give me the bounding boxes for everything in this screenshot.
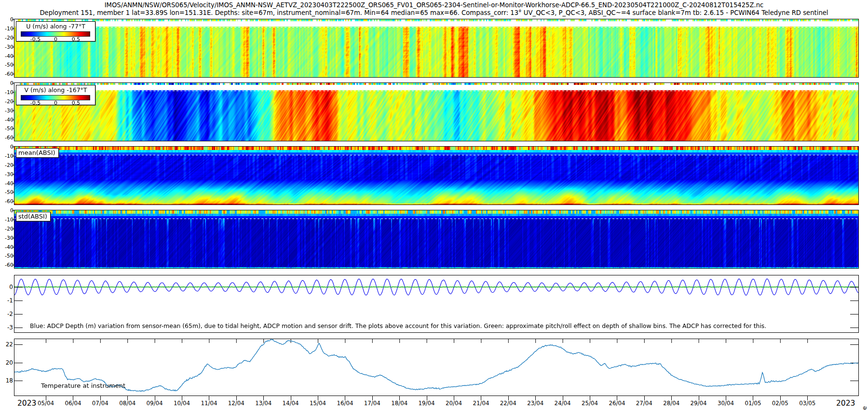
- x-axis-tick: [508, 396, 509, 400]
- depth-axis-tick: [12, 47, 14, 47]
- mean-absi-heatmap: [14, 146, 859, 205]
- depth-variation-ytick-label: -2: [1, 311, 13, 317]
- depth-axis-tick: [12, 201, 14, 202]
- x-axis-tick: [209, 396, 209, 400]
- depth-axis-tick: [12, 65, 14, 65]
- x-axis-date-label: 12/04: [228, 400, 244, 407]
- x-axis-tick: [617, 396, 617, 400]
- x-axis-date-label: 23/04: [527, 400, 543, 407]
- x-axis-date-label: 14/04: [283, 400, 299, 407]
- x-axis-tick: [807, 396, 808, 400]
- u-colorbar-tick-min: -0.5: [30, 36, 41, 42]
- x-axis-tick: [46, 396, 46, 400]
- depth-axis-tick: [12, 174, 14, 175]
- depth-axis-tick: [12, 210, 14, 211]
- temperature-ytick-label: 22: [1, 342, 13, 347]
- x-axis-date-label: 19/04: [419, 400, 435, 407]
- depth-axis-tick: [12, 28, 14, 29]
- depth-axis-tick: [12, 120, 14, 120]
- v-colorbar-tick-zero: 0: [54, 100, 57, 106]
- x-axis-tick: [318, 396, 318, 400]
- u-colorbar-legend: U (m/s) along -77°T -0.5 0 0.5: [16, 21, 95, 41]
- depth-axis-tick: [12, 137, 14, 138]
- x-axis-date-label: 02/05: [772, 400, 788, 407]
- std-absi-label: std(ABSI): [16, 212, 51, 221]
- depth-axis-tick: [12, 19, 14, 20]
- mean-absi-label: mean(ABSI): [16, 148, 59, 158]
- depth-panel-annotation: Blue: ADCP Depth (m) variation from sens…: [30, 322, 766, 329]
- u-legend-title: U (m/s) along -77°T: [16, 23, 95, 30]
- depth-variation-ytick-label: -1: [1, 298, 13, 303]
- depth-axis-tick: [12, 192, 14, 192]
- x-axis-date-label: 26/04: [609, 400, 625, 407]
- depth-axis-tick: [12, 256, 14, 256]
- x-axis-date-label: 28/04: [663, 400, 679, 407]
- u-colorbar: -0.5 0 0.5: [21, 30, 91, 41]
- x-axis-date-label: 13/04: [255, 400, 271, 407]
- x-axis-date-label: 11/04: [201, 400, 217, 407]
- temperature-ytick-label: 20: [1, 360, 13, 366]
- x-axis-date-label: 21/04: [473, 400, 489, 407]
- x-axis-tick: [100, 396, 101, 400]
- x-axis-tick: [372, 396, 373, 400]
- x-axis-tick: [726, 396, 726, 400]
- x-axis-date-label: 27/04: [636, 400, 652, 407]
- depth-axis-tick: [12, 219, 14, 220]
- x-axis-tick: [753, 396, 753, 400]
- x-axis-date-label: 07/04: [92, 400, 108, 407]
- depth-axis-tick: [12, 92, 14, 93]
- x-axis-tick: [535, 396, 536, 400]
- x-axis-tick: [590, 396, 590, 400]
- depth-axis-tick: [12, 110, 14, 111]
- depth-axis-tick: [12, 238, 14, 238]
- figure-title-deployment: Deployment 151, member 1 lat=33.89S lon=…: [0, 9, 868, 16]
- figure-title-filename: IMOS/ANMN/NSW/ORS065/Velocity/IMOS_ANMN-…: [0, 1, 868, 9]
- x-axis-date-label: 20/04: [446, 400, 462, 407]
- v-legend-title: V (m/s) along -167°T: [16, 86, 95, 94]
- u-velocity-heatmap: [14, 19, 859, 78]
- x-axis-date-label: 01/05: [745, 400, 761, 407]
- depth-axis-tick: [12, 38, 14, 38]
- x-axis-date-label: 09/04: [147, 400, 163, 407]
- v-velocity-heatmap: [14, 82, 859, 141]
- x-axis-tick: [182, 396, 182, 400]
- std-absi-heatmap: [14, 210, 859, 269]
- depth-axis-tick: [12, 56, 14, 56]
- x-axis-tick: [454, 396, 454, 400]
- x-axis-tick: [263, 396, 264, 400]
- x-axis-tick: [345, 396, 345, 400]
- x-axis-year-left: 2023: [17, 399, 36, 408]
- depth-axis-tick: [12, 101, 14, 102]
- x-axis-date-label: 25/04: [582, 400, 598, 407]
- u-colorbar-tick-zero: 0: [54, 36, 57, 42]
- u-colorbar-tick-max: 0.5: [72, 36, 81, 42]
- adcp-deployment-figure: IMOS/ANMN/NSW/ORS065/Velocity/IMOS_ANMN-…: [0, 0, 868, 410]
- depth-axis-tick: [12, 74, 14, 74]
- x-axis-tick: [481, 396, 481, 400]
- x-axis-date-label: 22/04: [500, 400, 516, 407]
- depth-axis-tick: [12, 247, 14, 247]
- x-axis-tick: [127, 396, 128, 400]
- x-axis-date-label: 15/04: [310, 400, 326, 407]
- v-colorbar: -0.5 0 0.5: [21, 94, 91, 105]
- x-axis-date-label: 03/05: [799, 400, 815, 407]
- temperature-label: Temperature at instrument: [41, 382, 125, 389]
- x-axis-tick: [236, 396, 237, 400]
- x-axis-date-label: 16/04: [337, 400, 353, 407]
- depth-variation-ytick-label: -3: [1, 325, 13, 330]
- temperature-ytick-label: 18: [1, 378, 13, 383]
- depth-axis-tick: [12, 156, 14, 156]
- depth-axis-tick: [12, 128, 14, 129]
- depth-axis-tick: [12, 183, 14, 184]
- x-axis-tick: [427, 396, 427, 400]
- x-axis-date-label: 05/04: [38, 400, 54, 407]
- x-axis-tick: [399, 396, 400, 400]
- v-colorbar-legend: V (m/s) along -167°T -0.5 0 0.5: [16, 85, 95, 105]
- depth-axis-tick: [12, 83, 14, 83]
- temperature-plot: [14, 339, 859, 396]
- x-axis-tick: [291, 396, 291, 400]
- x-axis-date-label: 24/04: [555, 400, 571, 407]
- x-axis-year-right: 2023: [836, 399, 855, 408]
- copyright-watermark: © IMOS 14-Dec-2025 08:31:38 Hobart time: [861, 406, 868, 410]
- x-axis-date-label: 08/04: [119, 400, 136, 407]
